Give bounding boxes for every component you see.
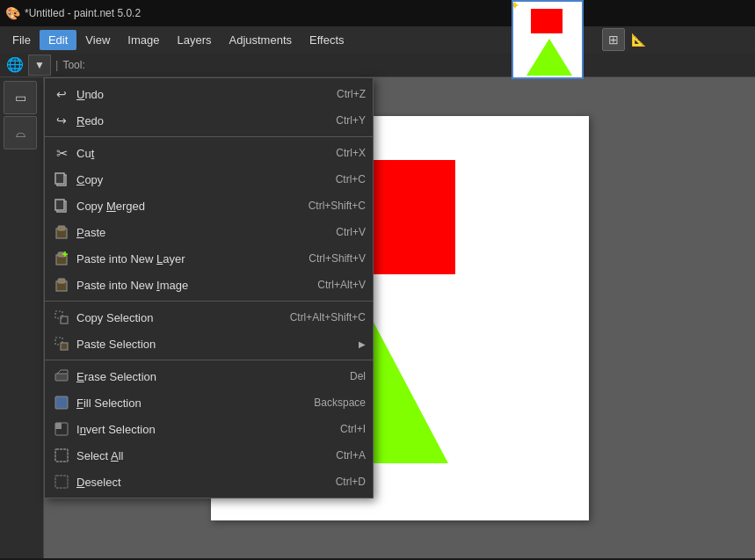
main-layout: ▭ ⌓ ↩ Undo Ctrl+Z ↪ Redo Ctrl+Y — [0, 77, 755, 558]
svg-rect-16 — [61, 343, 68, 350]
undo-shortcut: Ctrl+Z — [337, 88, 366, 100]
copy-icon — [52, 170, 71, 189]
paste-selection-arrow: ▶ — [359, 339, 366, 349]
menu-file[interactable]: File — [4, 30, 40, 50]
menu-adjustments[interactable]: Adjustments — [220, 30, 301, 50]
redo-shortcut: Ctrl+Y — [336, 114, 366, 127]
paste-selection-label: Paste Selection — [76, 338, 341, 351]
cut-label: Cut — [76, 147, 325, 160]
paste-new-image-label: Paste into New Image — [76, 279, 307, 292]
separator-3 — [45, 360, 373, 360]
menu-redo[interactable]: ↪ Redo Ctrl+Y — [45, 107, 373, 134]
erase-selection-label: Erase Selection — [76, 370, 339, 383]
paste-new-image-icon — [52, 275, 71, 295]
menu-bar: File Edit View Image Layers Adjustments … — [0, 26, 755, 53]
menu-invert-selection[interactable]: Invert Selection Ctrl+I — [45, 416, 373, 442]
svg-rect-18 — [55, 396, 68, 409]
redo-icon: ↪ — [52, 111, 71, 130]
menu-paste-new-image[interactable]: Paste into New Image Ctrl+Alt+V — [45, 272, 373, 298]
menu-undo[interactable]: ↩ Undo Ctrl+Z — [45, 81, 373, 107]
menu-erase-selection[interactable]: Erase Selection Del — [45, 363, 373, 389]
color-picker-btn[interactable]: ▼ — [28, 55, 51, 76]
tool-panel: ▭ ⌓ — [0, 77, 44, 558]
paste-new-layer-icon — [52, 249, 71, 268]
svg-rect-20 — [55, 423, 62, 429]
paste-selection-icon — [52, 334, 71, 353]
canvas-thumbnail-wrapper: ✦ — [512, 0, 584, 79]
thumbnail-triangle — [526, 39, 572, 76]
svg-rect-14 — [61, 316, 68, 324]
menu-cut[interactable]: ✂ Cut Ctrl+X — [45, 140, 373, 166]
copy-merged-shortcut: Ctrl+Shift+C — [309, 200, 366, 212]
canvas-thumbnail: ✦ — [512, 0, 584, 79]
cut-icon: ✂ — [52, 143, 71, 163]
paste-icon — [52, 222, 71, 242]
menu-deselect[interactable]: Deselect Ctrl+D — [45, 469, 373, 495]
menu-copy[interactable]: Copy Ctrl+C — [45, 166, 373, 193]
tool-rect-select[interactable]: ▭ — [4, 81, 37, 114]
tool-lasso-select[interactable]: ⌓ — [4, 116, 37, 149]
separator-2 — [45, 301, 373, 302]
menu-paste[interactable]: Paste Ctrl+V — [45, 219, 373, 245]
paste-shortcut: Ctrl+V — [336, 226, 366, 238]
paste-new-layer-shortcut: Ctrl+Shift+V — [309, 252, 366, 265]
menu-copy-merged[interactable]: Copy Merged Ctrl+Shift+C — [45, 193, 373, 219]
svg-rect-2 — [55, 173, 64, 184]
fill-selection-label: Fill Selection — [76, 396, 303, 410]
edit-dropdown-menu: ↩ Undo Ctrl+Z ↪ Redo Ctrl+Y ✂ Cut Ctrl+X… — [44, 77, 374, 498]
thumbnail-rect — [531, 9, 563, 33]
cut-shortcut: Ctrl+X — [336, 147, 366, 159]
svg-rect-13 — [55, 311, 62, 318]
menu-fill-selection[interactable]: Fill Selection Backspace — [45, 389, 373, 416]
globe-icon[interactable]: 🌐 — [4, 55, 26, 76]
select-all-shortcut: Ctrl+A — [336, 449, 366, 462]
menu-paste-new-layer[interactable]: Paste into New Layer Ctrl+Shift+V — [45, 245, 373, 272]
title-bar-text: *Untitled - paint.net 5.0.2 — [25, 7, 141, 19]
paste-new-image-shortcut: Ctrl+Alt+V — [317, 279, 366, 291]
fill-selection-icon — [52, 393, 71, 412]
copy-selection-shortcut: Ctrl+Alt+Shift+C — [290, 311, 366, 324]
redo-label: Redo — [76, 114, 325, 127]
select-all-label: Select All — [76, 449, 325, 462]
menu-layers[interactable]: Layers — [168, 30, 220, 50]
menu-select-all[interactable]: Select All Ctrl+A — [45, 442, 373, 469]
fill-selection-shortcut: Backspace — [314, 396, 366, 409]
copy-merged-label: Copy Merged — [76, 200, 298, 213]
svg-rect-21 — [55, 449, 68, 462]
invert-selection-shortcut: Ctrl+I — [340, 423, 366, 435]
menu-edit[interactable]: Edit — [40, 30, 76, 50]
deselect-shortcut: Ctrl+D — [336, 476, 366, 488]
svg-rect-12 — [58, 279, 65, 283]
select-all-icon — [52, 446, 71, 465]
title-bar: 🎨 *Untitled - paint.net 5.0.2 — [0, 0, 755, 26]
copy-selection-label: Copy Selection — [76, 311, 279, 324]
separator-1 — [45, 136, 373, 137]
app-icon: 🎨 — [5, 6, 20, 20]
undo-label: Undo — [76, 88, 326, 101]
svg-rect-6 — [58, 226, 65, 230]
menu-copy-selection[interactable]: Copy Selection Ctrl+Alt+Shift+C — [45, 304, 373, 331]
menu-effects[interactable]: Effects — [301, 30, 353, 50]
erase-selection-shortcut: Del — [350, 370, 366, 382]
tool-label: Tool: — [62, 59, 84, 71]
secondary-toolbar: 🌐 ▼ | Tool: — [0, 53, 755, 77]
invert-selection-icon — [52, 419, 71, 439]
copy-selection-icon — [52, 308, 71, 327]
svg-rect-22 — [55, 476, 68, 488]
menu-paste-selection[interactable]: Paste Selection ▶ — [45, 331, 373, 357]
erase-selection-icon — [52, 367, 71, 386]
paste-label: Paste — [76, 226, 325, 239]
grid-icon[interactable]: ⊞ — [602, 28, 625, 51]
copy-merged-icon — [52, 196, 71, 215]
deselect-icon — [52, 472, 71, 491]
paste-new-layer-label: Paste into New Layer — [76, 252, 298, 265]
svg-rect-17 — [55, 374, 68, 381]
copy-label: Copy — [76, 173, 325, 186]
deselect-label: Deselect — [76, 476, 325, 489]
menu-view[interactable]: View — [76, 30, 119, 50]
svg-rect-4 — [55, 200, 64, 210]
ruler-icon[interactable]: 📐 — [627, 28, 650, 51]
invert-selection-label: Invert Selection — [76, 423, 330, 436]
undo-icon: ↩ — [52, 84, 71, 104]
menu-image[interactable]: Image — [119, 30, 168, 50]
